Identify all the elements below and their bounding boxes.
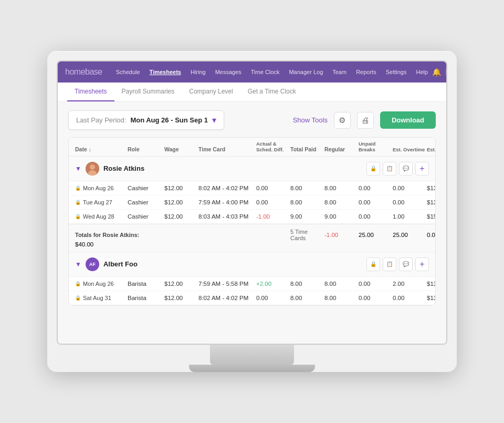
cell-diff: -1.00 <box>256 213 290 220</box>
cell-diff: +2.00 <box>256 281 290 287</box>
cell-role: Cashier <box>128 185 164 191</box>
cell-diff: 0.00 <box>256 199 290 205</box>
col-unpaidbreaks: Unpaid Breaks <box>359 141 393 153</box>
employee-header-rosie: ▼ Rosie Atkins 🔒 <box>69 157 435 181</box>
nav-timesheets[interactable]: Timesheets <box>145 67 185 77</box>
cell-estovertime: 0.00 <box>393 295 427 301</box>
col-estovertime: Est. Overtime <box>393 141 427 153</box>
cell-timecard: 7:59 AM - 5:58 PM <box>198 281 256 287</box>
cell-unpaidbreaks: 0.00 <box>359 213 393 220</box>
message-icon: 💬 <box>403 166 409 171</box>
add-action-albert[interactable]: + <box>415 257 429 271</box>
table-row: 🔒 Mon Aug 26 Cashier $12.00 8:02 AM - 4:… <box>69 181 435 195</box>
nav-help[interactable]: Help <box>412 67 432 77</box>
table-row: 🔒 Wed Aug 28 Cashier $12.00 8:03 AM - 4:… <box>69 210 435 224</box>
tab-timesheets[interactable]: Timesheets <box>67 82 114 101</box>
svg-point-1 <box>90 164 95 170</box>
table-row: 🔒 Sat Aug 31 Barista $12.00 8:02 AM - 4:… <box>69 291 435 305</box>
nav-timeclock[interactable]: Time Clock <box>247 67 284 77</box>
cell-role: Cashier <box>128 199 164 205</box>
cell-unpaidbreaks: 0.00 <box>359 185 393 191</box>
avatar-albert: AF <box>86 257 99 271</box>
lock-icon: 🔒 <box>370 166 376 171</box>
cell-estovertime: 2.00 <box>393 281 427 287</box>
cell-timecard: 8:02 AM - 4:02 PM <box>198 295 256 301</box>
lock-icon: 🔒 <box>75 200 81 205</box>
cell-regular: 9.00 <box>324 213 359 220</box>
cell-date: 🔒 Tue Aug 27 <box>75 199 128 205</box>
lock-action-albert[interactable]: 🔒 <box>366 257 380 271</box>
emp-name-albert: Albert Foo <box>103 260 362 268</box>
settings-icon-button[interactable]: ⚙ <box>334 112 351 129</box>
cell-estwages: $134.00 <box>427 295 436 301</box>
download-button[interactable]: Download <box>380 111 436 129</box>
edit-icon: 📋 <box>386 166 393 171</box>
nav-schedule[interactable]: Schedule <box>112 67 144 77</box>
col-timecard: Time Card <box>198 141 256 153</box>
totals-timecards-rosie: 5 Time Cards <box>290 229 324 241</box>
nav-settings[interactable]: Settings <box>382 67 411 77</box>
edit-action-rosie[interactable]: 📋 <box>383 162 396 176</box>
tab-payroll-summaries[interactable]: Payroll Summaries <box>114 82 182 101</box>
nav-messages[interactable]: Messages <box>211 67 246 77</box>
nav-team[interactable]: Team <box>328 67 351 77</box>
lock-icon: 🔒 <box>75 295 81 301</box>
tab-get-time-clock[interactable]: Get a Time Clock <box>240 82 303 101</box>
tab-company-level[interactable]: Company Level <box>182 82 240 101</box>
col-role: Role <box>128 141 164 153</box>
cell-estwages: $152.00 <box>427 213 436 220</box>
cell-regular: 8.00 <box>324 185 359 191</box>
add-action-rosie[interactable]: + <box>415 162 429 176</box>
subnav: Timesheets Payroll Summaries Company Lev… <box>58 82 446 102</box>
cell-wage: $12.00 <box>164 185 198 191</box>
bell-icon[interactable]: 🔔 <box>432 68 441 76</box>
print-icon-button[interactable]: 🖨 <box>357 112 374 129</box>
period-selector[interactable]: Last Pay Period: Mon Aug 26 - Sun Sep 1 … <box>68 110 224 130</box>
brand-logo: homebase <box>65 67 102 77</box>
totals-unpaidbreaks: 0.00 <box>427 232 436 238</box>
lock-action-rosie[interactable]: 🔒 <box>366 162 380 176</box>
monitor-stand <box>210 345 294 365</box>
employee-header-albert: ▼ AF Albert Foo 🔒 📋 💬 <box>69 252 435 277</box>
nav-hiring[interactable]: Hiring <box>186 67 210 77</box>
emp-actions-rosie: 🔒 📋 💬 + <box>366 162 429 176</box>
collapse-arrow-albert[interactable]: ▼ <box>75 261 81 268</box>
col-estwages: Est. Wages <box>427 141 436 153</box>
show-tools-button[interactable]: Show Tools <box>293 116 328 124</box>
content-area: Last Pay Period: Mon Aug 26 - Sun Sep 1 … <box>58 102 446 344</box>
store-selector[interactable]: Lucy's Bagels ▾ <box>445 64 447 80</box>
col-diff: Actual &Sched. Diff. <box>256 141 290 153</box>
employee-section-rosie: ▼ Rosie Atkins 🔒 <box>69 157 435 252</box>
cell-regular: 8.00 <box>324 295 359 301</box>
brand-base: base <box>85 67 102 76</box>
cell-wage: $12.00 <box>164 295 198 301</box>
totals-diff: -1.00 <box>324 232 359 238</box>
message-action-rosie[interactable]: 💬 <box>399 162 413 176</box>
nav-reports[interactable]: Reports <box>352 67 381 77</box>
nav-right: 🔔 Lucy's Bagels ▾ L Lucy ▾ <box>432 64 447 80</box>
nav-links: Schedule Timesheets Hiring Messages Time… <box>112 67 432 77</box>
cell-totalpaid: 8.00 <box>290 185 324 191</box>
message-action-albert[interactable]: 💬 <box>399 257 413 271</box>
message-icon: 💬 <box>403 261 409 267</box>
col-date: Date ↓ <box>75 141 128 153</box>
print-icon: 🖨 <box>361 116 369 125</box>
collapse-arrow-rosie[interactable]: ▼ <box>75 165 81 172</box>
nav-managerlog[interactable]: Manager Log <box>285 67 327 77</box>
table-header: Date ↓ Role Wage Time Card Actual &Sched… <box>69 138 435 157</box>
col-wage: Wage <box>164 141 198 153</box>
edit-action-albert[interactable]: 📋 <box>383 257 396 271</box>
cell-date: 🔒 Sat Aug 31 <box>75 295 128 301</box>
lock-icon: 🔒 <box>75 185 81 191</box>
cell-regular: 8.00 <box>324 199 359 205</box>
totals-label-rosie: Totals for Rosie Atkins: <box>75 232 198 238</box>
cell-estwages: $134.00 <box>427 281 436 287</box>
period-chevron-icon: ▾ <box>212 115 216 125</box>
totals-regular: 25.00 <box>393 232 427 238</box>
cell-unpaidbreaks: 0.00 <box>359 295 393 301</box>
col-totalpaid: Total Paid <box>290 141 324 153</box>
period-value: Mon Aug 26 - Sun Sep 1 <box>130 116 208 124</box>
cell-date: 🔒 Wed Aug 28 <box>75 213 128 220</box>
totals-totalpaid: 25.00 <box>359 232 393 238</box>
lock-icon: 🔒 <box>75 214 81 219</box>
